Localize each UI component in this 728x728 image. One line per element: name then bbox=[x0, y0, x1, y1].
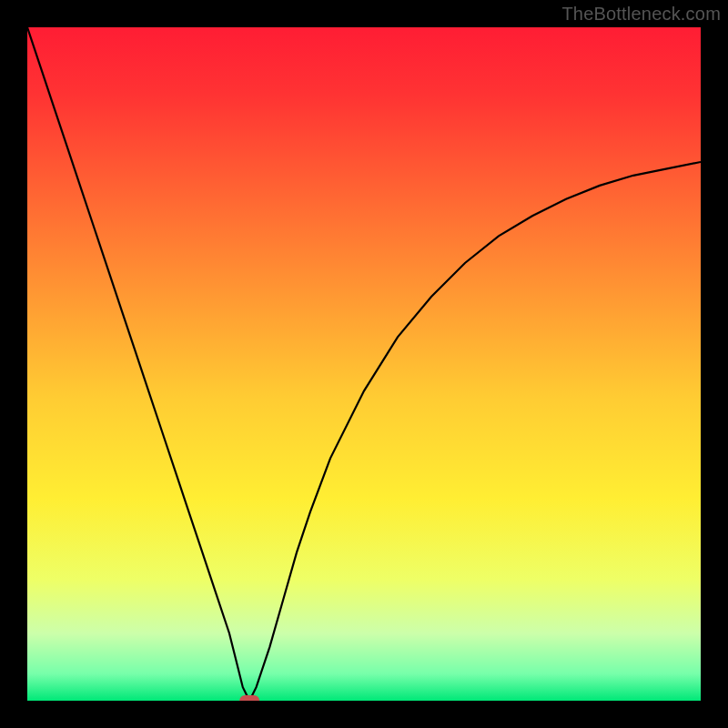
optimum-marker bbox=[239, 695, 259, 701]
chart-svg bbox=[27, 27, 701, 701]
chart-container: TheBottleneck.com bbox=[0, 0, 728, 728]
plot-area bbox=[27, 27, 701, 701]
gradient-background bbox=[27, 27, 701, 701]
watermark-label: TheBottleneck.com bbox=[561, 4, 721, 25]
